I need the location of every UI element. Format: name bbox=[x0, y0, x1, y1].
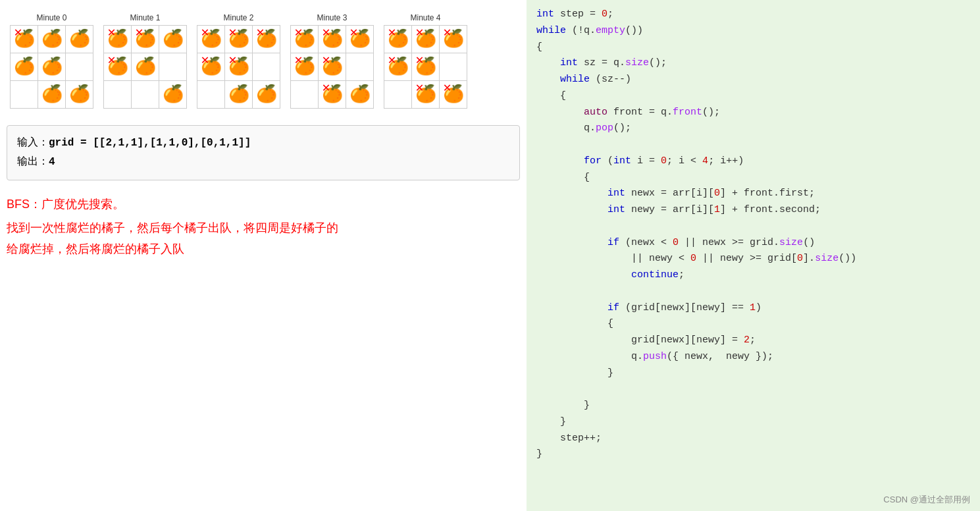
grid-cell: 🍊 bbox=[159, 26, 187, 53]
minute-label: Minute 1 bbox=[130, 13, 160, 22]
fresh-orange: 🍊 bbox=[256, 84, 277, 105]
fresh-orange: 🍊 bbox=[163, 29, 184, 49]
minute-label: Minute 3 bbox=[317, 13, 347, 22]
fresh-orange: 🍊 bbox=[163, 84, 184, 105]
code-line: for (int i = 0; i < 4; i++) bbox=[536, 153, 970, 170]
code-line: } bbox=[536, 414, 970, 431]
input-line: 输入：grid = [[2,1,1],[1,1,0],[0,1,1]] bbox=[17, 134, 509, 153]
rotten-orange: 🍊✕ bbox=[414, 55, 438, 79]
fresh-orange: 🍊 bbox=[69, 29, 90, 49]
grid-cell: 🍊✕ bbox=[253, 26, 280, 53]
code-line: int newx = arr[i][0] + front.first; bbox=[536, 186, 970, 202]
minute-block: Minute 4🍊✕🍊✕🍊✕🍊✕🍊✕🍊✕🍊✕ bbox=[384, 13, 467, 109]
rotten-orange: 🍊✕ bbox=[293, 55, 317, 79]
grid-cell: 🍊✕ bbox=[319, 53, 346, 81]
code-line: } bbox=[536, 365, 970, 382]
grid-cell: 🍊✕ bbox=[104, 53, 132, 81]
grid-cell: 🍊 bbox=[225, 81, 253, 109]
grid-cell: 🍊 bbox=[132, 53, 159, 81]
grid-cell: 🍊✕ bbox=[291, 53, 319, 81]
grid-table: 🍊✕🍊✕🍊✕🍊✕🍊✕🍊✕🍊✕ bbox=[384, 25, 467, 109]
fresh-orange: 🍊 bbox=[14, 57, 35, 77]
grid-cell: 🍊✕ bbox=[412, 53, 440, 81]
fresh-orange: 🍊 bbox=[135, 57, 156, 77]
rotten-orange: 🍊✕ bbox=[414, 83, 438, 107]
grid-cell bbox=[104, 81, 132, 109]
minute-label: Minute 4 bbox=[410, 13, 440, 22]
code-block: int step = 0;while (!q.empty()){ int sz … bbox=[536, 7, 970, 463]
grid-cell bbox=[346, 53, 374, 81]
minute-label: Minute 0 bbox=[36, 13, 66, 22]
rotten-orange: 🍊✕ bbox=[321, 83, 344, 107]
minute-block: Minute 2🍊✕🍊✕🍊✕🍊✕🍊✕🍊🍊 bbox=[197, 13, 280, 109]
rotten-orange: 🍊✕ bbox=[321, 55, 344, 79]
rotten-orange: 🍊✕ bbox=[293, 28, 317, 51]
grid-cell: 🍊✕ bbox=[412, 26, 440, 53]
code-line: { bbox=[536, 316, 970, 333]
code-line: grid[newx][newy] = 2; bbox=[536, 333, 970, 349]
grid-table: 🍊✕🍊✕🍊✕🍊✕🍊✕🍊✕🍊 bbox=[290, 25, 374, 109]
rotten-orange: 🍊✕ bbox=[13, 28, 36, 51]
grid-table: 🍊✕🍊✕🍊🍊✕🍊🍊 bbox=[103, 25, 187, 109]
grid-cell: 🍊✕ bbox=[346, 26, 374, 53]
right-panel: int step = 0;while (!q.empty()){ int sz … bbox=[527, 0, 980, 511]
left-panel: Minute 0🍊✕🍊🍊🍊🍊🍊🍊Minute 1🍊✕🍊✕🍊🍊✕🍊🍊Minute … bbox=[0, 0, 527, 511]
fresh-orange: 🍊 bbox=[69, 84, 90, 105]
minute-block: Minute 0🍊✕🍊🍊🍊🍊🍊🍊 bbox=[10, 13, 93, 109]
minute-block: Minute 1🍊✕🍊✕🍊🍊✕🍊🍊 bbox=[103, 13, 187, 109]
grid-cell: 🍊✕ bbox=[11, 26, 38, 53]
grid-cell: 🍊✕ bbox=[132, 26, 159, 53]
grid-cell bbox=[440, 53, 467, 81]
rotten-orange: 🍊✕ bbox=[414, 28, 438, 51]
fresh-orange: 🍊 bbox=[41, 84, 63, 105]
fresh-orange: 🍊 bbox=[349, 84, 371, 105]
code-line bbox=[536, 137, 970, 153]
grid-table: 🍊✕🍊🍊🍊🍊🍊🍊 bbox=[10, 25, 93, 109]
code-line: { bbox=[536, 170, 970, 186]
grid-cell: 🍊✕ bbox=[319, 26, 346, 53]
rotten-orange: 🍊✕ bbox=[386, 28, 410, 51]
grid-cell bbox=[384, 81, 412, 109]
grid-cell bbox=[291, 81, 319, 109]
code-line: { bbox=[536, 88, 970, 105]
input-label: 输入： bbox=[17, 137, 49, 149]
grid-cell: 🍊 bbox=[346, 81, 374, 109]
rotten-orange: 🍊✕ bbox=[199, 28, 223, 51]
grid-cell bbox=[132, 81, 159, 109]
code-line: q.push({ newx, newy }); bbox=[536, 349, 970, 365]
grid-cell: 🍊✕ bbox=[440, 26, 467, 53]
rotten-orange: 🍊✕ bbox=[348, 28, 372, 51]
example-box: 输入：grid = [[2,1,1],[1,1,0],[0,1,1]] 输出：4 bbox=[7, 125, 520, 180]
grid-cell: 🍊 bbox=[11, 53, 38, 81]
fresh-orange: 🍊 bbox=[228, 84, 249, 105]
grid-cell: 🍊✕ bbox=[197, 26, 225, 53]
grid-cell: 🍊✕ bbox=[384, 53, 412, 81]
grid-cell: 🍊✕ bbox=[225, 26, 253, 53]
right-wrapper: int step = 0;while (!q.empty()){ int sz … bbox=[527, 0, 980, 511]
code-line: int newy = arr[i][1] + front.second; bbox=[536, 202, 970, 219]
grid-cell bbox=[159, 53, 187, 81]
code-line: while (sz--) bbox=[536, 72, 970, 88]
grid-cell: 🍊✕ bbox=[225, 53, 253, 81]
bfs-description: BFS：广度优先搜索。 找到一次性腐烂的橘子，然后每个橘子出队，将四周是好橘子的… bbox=[7, 194, 520, 260]
input-value: grid = [[2,1,1],[1,1,0],[0,1,1]] bbox=[49, 137, 251, 149]
code-line bbox=[536, 284, 970, 300]
code-line: q.pop(); bbox=[536, 121, 970, 137]
code-line: || newy < 0 || newy >= grid[0].size()) bbox=[536, 251, 970, 267]
code-line: int sz = q.size(); bbox=[536, 55, 970, 72]
grids-container: Minute 0🍊✕🍊🍊🍊🍊🍊🍊Minute 1🍊✕🍊✕🍊🍊✕🍊🍊Minute … bbox=[7, 7, 520, 115]
code-line: if (grid[newx][newy] == 1) bbox=[536, 300, 970, 317]
grid-cell bbox=[253, 53, 280, 81]
grid-cell: 🍊 bbox=[159, 81, 187, 109]
grid-cell: 🍊✕ bbox=[440, 81, 467, 109]
code-line: while (!q.empty()) bbox=[536, 23, 970, 40]
grid-cell bbox=[66, 53, 93, 81]
code-line bbox=[536, 219, 970, 235]
code-line: int step = 0; bbox=[536, 7, 970, 23]
code-line: } bbox=[536, 446, 970, 463]
grid-cell: 🍊 bbox=[66, 26, 93, 53]
output-label: 输出： bbox=[17, 156, 49, 168]
rotten-orange: 🍊✕ bbox=[106, 28, 130, 51]
grid-cell: 🍊 bbox=[38, 26, 66, 53]
rotten-orange: 🍊✕ bbox=[255, 28, 278, 51]
